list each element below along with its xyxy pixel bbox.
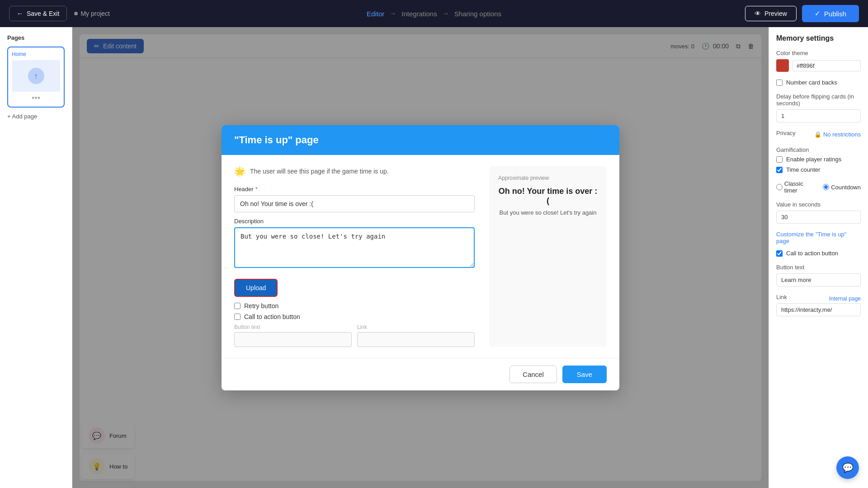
time-counter-label: Time counter [786, 166, 820, 173]
settings-link-input[interactable] [776, 303, 861, 316]
description-label: Description [234, 218, 475, 225]
required-star: * [255, 186, 258, 192]
color-swatch[interactable] [776, 59, 789, 72]
nav-arrow-1: → [390, 10, 396, 17]
cta-settings-checkbox[interactable] [776, 250, 783, 257]
time-counter-checkbox[interactable] [776, 167, 783, 173]
preview-description: But you were so close! Let's try again [498, 209, 598, 216]
add-page-button[interactable]: + Add page [7, 113, 65, 120]
countdown-radio[interactable] [823, 184, 829, 190]
classic-timer-option: Classic timer [776, 180, 817, 194]
value-seconds-section: Value in seconds [776, 201, 861, 224]
link-label: Link [357, 324, 475, 330]
number-card-backs-row: Number card backs [776, 79, 861, 86]
enable-player-ratings-label: Enable player ratings [786, 156, 841, 163]
link-input[interactable] [357, 332, 475, 347]
upload-button[interactable]: Upload [234, 279, 278, 297]
nav-arrow-2: → [443, 10, 449, 17]
chat-bubble-button[interactable]: 💬 [836, 456, 859, 479]
cta-settings-label: Call to action button [786, 250, 838, 257]
gamification-label: Gamification [776, 146, 861, 153]
right-sidebar: Memory settings Color theme #ff896f Numb… [769, 27, 868, 488]
call-to-action-checkbox[interactable] [234, 314, 241, 320]
dialog-overlay: "Time is up" page 🌟 The user will see th… [72, 27, 769, 488]
page-item-home[interactable]: Home ↑ ••• [7, 47, 65, 108]
dialog-title: "Time is up" page [234, 134, 319, 146]
description-textarea[interactable]: But you were so close! Let's try again [234, 227, 475, 268]
lock-icon: 🔒 [814, 131, 821, 138]
customize-link[interactable]: Customize the "Time is up" page [776, 231, 861, 244]
delay-input[interactable] [776, 109, 861, 122]
delay-label: Delay before flipping cards (in seconds) [776, 93, 861, 107]
dialog-footer: Cancel Save [222, 358, 619, 390]
value-seconds-label: Value in seconds [776, 201, 861, 208]
internal-page-link[interactable]: Internal page [829, 296, 861, 302]
countdown-option: Countdown [823, 184, 861, 191]
nav-step-integrations[interactable]: Integrations [401, 10, 437, 18]
thumb-arrow-icon: ↑ [34, 71, 38, 81]
countdown-label: Countdown [831, 184, 861, 191]
dialog-header: "Time is up" page [222, 125, 619, 155]
time-counter-row: Time counter [776, 166, 861, 173]
nav-steps: Editor → Integrations → Sharing options [367, 10, 501, 18]
delay-section: Delay before flipping cards (in seconds) [776, 93, 861, 122]
number-card-backs-section: Number card backs [776, 79, 861, 86]
enable-player-ratings-checkbox[interactable] [776, 156, 783, 163]
number-card-backs-label: Number card backs [786, 79, 837, 86]
save-button[interactable]: Save [562, 366, 607, 383]
left-sidebar: Pages Home ↑ ••• + Add page [0, 27, 72, 488]
classic-timer-radio[interactable] [776, 184, 783, 190]
button-text-group: Button text [234, 324, 352, 347]
privacy-link[interactable]: 🔒 No restrictions [814, 131, 861, 138]
check-icon: ✓ [815, 9, 821, 18]
timer-type-section: Classic timer Countdown [776, 180, 861, 194]
privacy-label: Privacy [776, 130, 796, 136]
time-is-up-dialog: "Time is up" page 🌟 The user will see th… [222, 125, 619, 390]
page-item-home-label: Home [12, 51, 60, 57]
privacy-row: Privacy 🔒 No restrictions [776, 130, 861, 139]
link-group: Link [357, 324, 475, 347]
nav-step-sharing[interactable]: Sharing options [454, 10, 501, 18]
value-seconds-input[interactable] [776, 211, 861, 224]
chat-icon: 💬 [842, 462, 854, 473]
page-thumb-inner: ↑ [28, 68, 44, 84]
top-navigation: ← Save & Exit My project Editor → Integr… [0, 0, 868, 27]
main-layout: Pages Home ↑ ••• + Add page ✏ Edit conte… [0, 27, 868, 488]
retry-button-checkbox[interactable] [234, 303, 241, 309]
number-card-backs-checkbox[interactable] [776, 80, 783, 86]
classic-timer-label: Classic timer [784, 180, 817, 194]
info-row: 🌟 The user will see this page if the gam… [234, 166, 475, 177]
project-name: My project [74, 10, 110, 17]
color-theme-label: Color theme [776, 50, 861, 56]
page-thumbnail: ↑ [12, 60, 60, 92]
privacy-section: Privacy 🔒 No restrictions [776, 130, 861, 139]
settings-button-text-label: Button text [776, 264, 861, 271]
save-exit-button[interactable]: ← Save & Exit [9, 6, 67, 21]
back-icon: ← [17, 10, 23, 17]
nav-step-editor[interactable]: Editor [367, 10, 384, 18]
button-text-settings-section: Button text [776, 264, 861, 286]
header-input[interactable] [234, 195, 475, 212]
header-label: Header * [234, 186, 475, 192]
page-dots: ••• [12, 94, 60, 103]
cancel-button[interactable]: Cancel [509, 366, 557, 383]
button-text-label: Button text [234, 324, 352, 330]
button-text-input[interactable] [234, 332, 352, 347]
preview-button[interactable]: 👁 Preview [745, 6, 797, 21]
sun-icon: 🌟 [234, 166, 245, 177]
call-to-action-row: Call to action button [234, 313, 475, 320]
nav-right: 👁 Preview ✓ Publish [745, 5, 859, 22]
call-to-action-label: Call to action button [244, 313, 300, 320]
dialog-form: 🌟 The user will see this page if the gam… [234, 166, 475, 347]
preview-label: Approximate preview [498, 175, 598, 181]
publish-button[interactable]: ✓ Publish [802, 5, 859, 22]
description-field-group: Description But you were so close! Let's… [234, 218, 475, 270]
retry-button-row: Retry button [234, 302, 475, 310]
settings-link-label: Link [776, 294, 787, 300]
project-dot [74, 12, 78, 15]
settings-button-text-input[interactable] [776, 273, 861, 286]
color-value: #ff896f [793, 60, 861, 71]
enable-player-ratings-row: Enable player ratings [776, 156, 861, 163]
header-field-group: Header * [234, 186, 475, 212]
color-row: #ff896f [776, 59, 861, 72]
